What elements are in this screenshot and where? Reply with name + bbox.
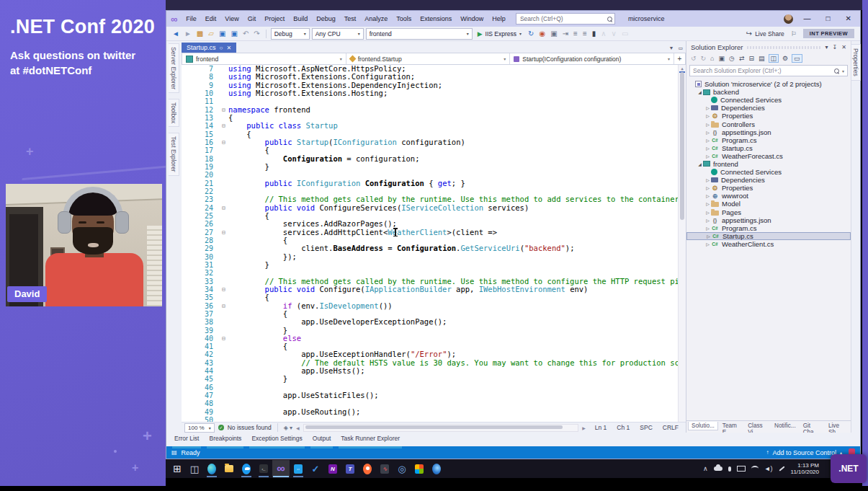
hot-reload-icon[interactable]: ◉ [537,30,547,37]
int-preview-badge[interactable]: INT PREVIEW [803,29,854,38]
expand-icon[interactable]: ▷ [704,218,711,223]
home-icon[interactable]: ⌂ [710,55,715,62]
tree-item-model[interactable]: ▷Model [686,200,851,208]
window-position-icon[interactable]: ▾ [826,44,828,50]
browser-refresh-icon[interactable]: ↻ [527,30,535,37]
expand-icon[interactable]: ▷ [704,146,711,151]
open-file-icon[interactable]: ▱ [207,30,215,37]
pin-icon[interactable]: ↧ [833,44,838,50]
tool-window-tab-server-explorer[interactable]: Server Explorer [169,43,179,93]
pen-icon[interactable] [779,468,785,469]
tree-item-connected-services[interactable]: Connected Services [686,168,851,176]
document-tab-startup[interactable]: Startup.cs ○ ✕ [182,43,236,53]
tree-item-weatherforecast-cs[interactable]: ▷C#WeatherForecast.cs [686,152,851,160]
start-button[interactable]: ⊞ [169,460,186,477]
edge-dev-icon[interactable] [428,460,445,477]
menu-file[interactable]: File [182,14,201,24]
tree-item-startup-cs[interactable]: ▷C#Startup.cs [686,232,851,240]
tool-window-tab-test-explorer[interactable]: Test Explorer [169,133,179,176]
tree-item-program-cs[interactable]: ▷C#Program.cs [686,224,851,232]
menu-test[interactable]: Test [340,14,361,24]
preview-in-browser-icon[interactable]: ▣ [549,30,558,37]
collapse-all-icon[interactable]: ⊟ [748,55,755,62]
scroll-right-icon[interactable]: ▶ [582,425,586,430]
next-bookmark-icon[interactable]: ∨ [610,30,618,37]
scrollbar-thumb[interactable] [680,72,684,220]
wifi-icon[interactable] [751,466,759,472]
outline-icon[interactable]: ≡ [572,30,579,37]
volume-icon[interactable]: ◄) [764,465,773,472]
expand-icon[interactable]: ▷ [704,210,711,215]
maximize-button[interactable]: □ [822,12,835,26]
startup-project-select[interactable]: frontend▾ [366,28,473,40]
save-all-icon[interactable]: ▣ [229,30,238,37]
menu-git[interactable]: Git [243,14,261,24]
grid-app-icon[interactable] [411,460,428,477]
undo-icon[interactable]: ↶ [241,30,250,37]
panel-tab-breakpoints[interactable]: Breakpoints [205,434,245,446]
tree-item-properties[interactable]: ▷⚙Properties [686,184,851,192]
menu-help[interactable]: Help [488,14,510,24]
tree-item-dependencies[interactable]: ▷Dependencies [686,176,851,184]
zoom-select[interactable]: 100 % ▾ [184,423,215,433]
pin-icon[interactable]: ○ [220,45,223,51]
tree-item-program-cs[interactable]: ▷C#Program.cs [686,136,851,144]
expand-icon[interactable]: ▷ [705,234,712,239]
panel-tab-output[interactable]: Output [309,434,335,446]
microphone-icon[interactable] [728,466,731,472]
close-icon[interactable]: ✕ [841,44,846,50]
properties-icon[interactable]: ⚙ [782,55,789,62]
fold-marker-icon[interactable]: ⊟ [219,204,228,212]
scroll-up-icon[interactable]: ▲ [679,66,686,71]
tree-item-appsettings-json[interactable]: ▷{}appsettings.json [686,216,851,224]
chevron-up-icon[interactable]: ∧ [703,465,708,472]
collapse-icon[interactable]: ◢ [697,162,703,167]
fold-marker-icon[interactable]: ⊟ [219,286,228,293]
visual-studio-icon[interactable]: ∞ [272,460,290,477]
prev-bookmark-icon[interactable]: ∧ [599,30,607,37]
tree-item-weatherclient-cs[interactable]: ▷C#WeatherClient.cs [686,240,851,248]
account-avatar[interactable] [784,14,793,24]
tree-item-dependencies[interactable]: ▷Dependencies [686,104,851,112]
tree-item-appsettings-json[interactable]: ▷{}appsettings.json [686,128,851,136]
tree-item-solution-microservice-2-of-2-projects[interactable]: Solution 'microservice' (2 of 2 projects… [686,80,851,88]
breadcrumb-class[interactable]: frontend.Startup▾ [346,53,511,64]
navigate-forward-icon[interactable]: ↻ [700,55,707,62]
terminal-icon[interactable]: ›_ [255,460,272,477]
tree-item-controllers[interactable]: ▷Controllers [686,120,851,128]
expand-icon[interactable]: ▷ [704,105,711,110]
menu-tools[interactable]: Tools [392,14,416,24]
expand-icon[interactable]: ▷ [704,154,711,159]
scroll-left-icon[interactable]: ◀ [296,425,300,430]
menu-analyze[interactable]: Analyze [360,14,392,24]
tool-tab-notific[interactable]: Notific... [771,422,799,430]
fold-marker-icon[interactable]: ⊟ [219,302,228,310]
start-debugging-button[interactable]: ▶ IIS Express ▾ [475,30,524,37]
vertical-scrollbar[interactable]: ▲ [678,65,686,422]
onedrive-icon[interactable] [714,466,722,471]
new-project-icon[interactable]: ▩ [195,30,205,37]
tree-item-properties[interactable]: ▷⚙Properties [686,112,851,120]
collapse-icon[interactable]: ◢ [697,89,703,94]
breadcrumb-project[interactable]: frontend▾ [182,53,346,64]
minimize-button[interactable]: — [800,12,815,26]
fold-marker-icon[interactable]: ⊟ [219,106,228,114]
panel-tab-task-runner-explorer[interactable]: Task Runner Explorer [337,434,403,446]
teams-icon[interactable]: T [341,460,359,477]
tool-tab-solutio[interactable]: Solutio... [688,422,718,430]
float-window-icon[interactable]: ▭ [678,45,683,51]
fold-marker-icon[interactable]: ⊟ [219,335,228,342]
expand-icon[interactable]: ▷ [704,226,711,231]
solution-search-input[interactable]: Search Solution Explorer (Ctrl+;) ▾ [689,65,848,76]
battery-icon[interactable] [737,466,746,472]
solution-platform-select[interactable]: Any CPU▾ [312,28,364,40]
fold-marker-icon[interactable]: ⊟ [219,122,228,130]
preview-selected-icon[interactable]: ▭ [792,54,802,63]
close-tab-icon[interactable]: ✕ [226,45,231,51]
menu-build[interactable]: Build [289,14,312,24]
menu-extensions[interactable]: Extensions [416,14,456,24]
vscode-icon[interactable]: ‹› [290,460,307,477]
taskbar-clock[interactable]: 1:13 PM11/10/2020 [791,462,819,475]
expand-icon[interactable]: ▷ [704,242,711,247]
task-view-button[interactable]: ◫ [186,460,203,477]
